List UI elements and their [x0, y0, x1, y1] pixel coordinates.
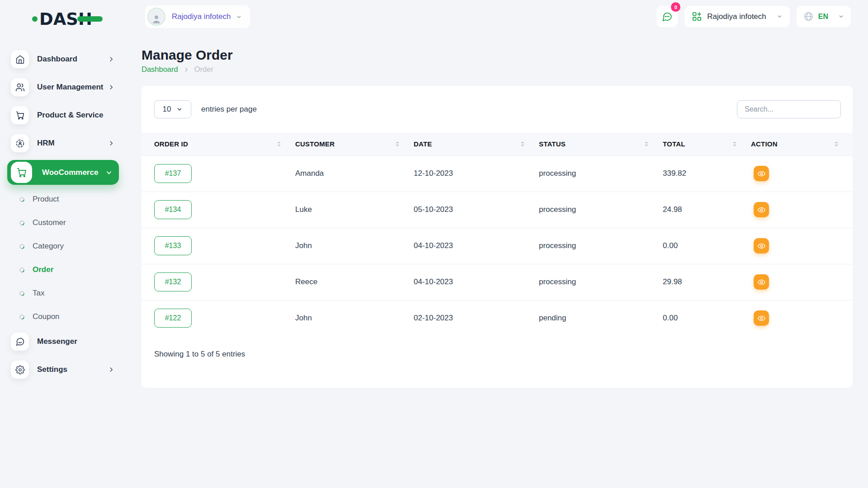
entries-per-page-select[interactable]: 10 [154, 100, 191, 118]
table-row: #134 Luke 05-10-2023 processing 24.98 [142, 192, 853, 228]
topbar: Rajodiya infotech 0 Rajodiya infotech EN [128, 0, 868, 34]
chevron-down-icon [176, 106, 183, 113]
column-header-order-id[interactable]: ORDER ID [154, 140, 188, 148]
order-id-badge[interactable]: #137 [154, 164, 192, 183]
customer-cell: Amanda [295, 155, 414, 192]
sidebar-item-messenger[interactable]: Messenger [0, 330, 128, 353]
globe-icon [803, 11, 814, 22]
column-header-date[interactable]: DATE [414, 140, 432, 148]
table-row: #132 Reece 04-10-2023 processing 29.98 [142, 264, 853, 300]
language-switcher[interactable]: EN [797, 6, 851, 27]
orders-table: ORDER ID CUSTOMER DATE STATUS TOTAL ACTI… [142, 133, 853, 336]
sidebar-item-hrm[interactable]: HRM [0, 132, 128, 155]
submenu-item-label: Coupon [33, 312, 60, 321]
entries-control: 10 entries per page [154, 100, 257, 118]
gear-icon [11, 361, 29, 379]
table-row: #137 Amanda 12-10-2023 processing 339.82 [142, 155, 853, 192]
company-label: Rajodiya infotech [707, 12, 766, 21]
chevron-down-icon [838, 14, 844, 19]
sort-icon[interactable] [733, 141, 736, 146]
hrm-icon [11, 134, 29, 152]
chevron-right-icon [108, 140, 114, 146]
sidebar-item-label: Dashboard [37, 55, 77, 64]
status-cell: processing [539, 155, 663, 192]
submenu-item-label: Order [33, 265, 53, 274]
sidebar-menu: Dashboard User Management Product & Serv… [0, 48, 128, 386]
submenu-item-tax[interactable]: Tax [0, 283, 128, 303]
order-id-badge[interactable]: #122 [154, 309, 192, 328]
sidebar-item-product-service[interactable]: Product & Service [0, 104, 128, 127]
company-switcher[interactable]: Rajodiya infotech [684, 6, 789, 27]
cart-icon [11, 106, 29, 124]
bullet-icon [19, 290, 26, 297]
logo-dash-icon [77, 16, 103, 22]
sidebar-item-woocommerce[interactable]: WooCommerce [7, 160, 119, 185]
eye-icon [757, 169, 766, 178]
submenu-item-coupon[interactable]: Coupon [0, 307, 128, 327]
submenu-item-product[interactable]: Product [0, 189, 128, 209]
column-header-customer[interactable]: CUSTOMER [295, 140, 335, 148]
order-id-badge[interactable]: #133 [154, 236, 192, 255]
grid-plus-icon [692, 11, 702, 22]
cart-icon [11, 162, 32, 183]
sort-icon[interactable] [396, 141, 399, 146]
breadcrumb-dashboard-link[interactable]: Dashboard [142, 65, 178, 74]
table-row: #122 John 02-10-2023 pending 0.00 [142, 300, 853, 336]
sidebar-item-settings[interactable]: Settings [0, 358, 128, 381]
customer-cell: John [295, 300, 414, 336]
submenu-item-category[interactable]: Category [0, 236, 128, 256]
brand-logo[interactable]: DASH [32, 9, 92, 29]
chevron-down-icon [236, 14, 242, 20]
sidebar-item-label: Settings [37, 365, 67, 374]
sidebar-item-label: Messenger [37, 337, 77, 346]
sort-icon[interactable] [521, 141, 524, 146]
page-title: Manage Order [142, 47, 233, 63]
date-cell: 04-10-2023 [414, 264, 539, 300]
order-id-badge[interactable]: #134 [154, 200, 192, 219]
submenu-item-label: Category [33, 242, 64, 251]
view-order-button[interactable] [754, 202, 769, 217]
sidebar-item-label: Product & Service [37, 111, 103, 120]
sidebar-item-user-management[interactable]: User Management [0, 76, 128, 99]
logo-dot-icon [32, 16, 38, 22]
bullet-icon [19, 243, 26, 250]
submenu-item-label: Product [33, 195, 59, 204]
status-cell: processing [539, 192, 663, 228]
eye-icon [757, 242, 766, 250]
view-order-button[interactable] [754, 238, 769, 253]
date-cell: 12-10-2023 [414, 155, 539, 192]
bullet-icon [19, 266, 26, 273]
status-cell: processing [539, 228, 663, 264]
messages-count-badge: 0 [671, 2, 680, 12]
eye-icon [757, 278, 766, 286]
view-order-button[interactable] [754, 166, 769, 181]
view-order-button[interactable] [754, 310, 769, 326]
column-header-status[interactable]: STATUS [539, 140, 566, 148]
sort-icon[interactable] [835, 141, 838, 146]
eye-icon [757, 206, 766, 214]
total-cell: 0.00 [663, 300, 751, 336]
chevron-right-icon [108, 84, 114, 90]
column-header-action[interactable]: ACTION [751, 140, 778, 148]
submenu-item-customer[interactable]: Customer [0, 213, 128, 233]
entries-label: entries per page [201, 105, 257, 114]
table-row: #133 John 04-10-2023 processing 0.00 [142, 228, 853, 264]
messages-button[interactable]: 0 [656, 6, 678, 27]
search-input[interactable] [737, 100, 841, 118]
sort-icon[interactable] [277, 141, 281, 146]
column-header-total[interactable]: TOTAL [663, 140, 685, 148]
breadcrumb: Dashboard Order [142, 65, 213, 74]
avatar [147, 8, 165, 26]
sidebar-item-dashboard[interactable]: Dashboard [0, 48, 128, 70]
bullet-icon [19, 219, 26, 226]
messenger-icon [11, 333, 29, 351]
home-icon [11, 50, 29, 68]
sort-icon[interactable] [645, 141, 648, 146]
sidebar-item-label: User Management [37, 83, 103, 92]
order-id-badge[interactable]: #132 [154, 272, 192, 291]
view-order-button[interactable] [754, 274, 769, 290]
sidebar: DASH Dashboard User Management Product &… [0, 0, 128, 488]
submenu-item-order[interactable]: Order [0, 260, 128, 280]
workspace-switcher[interactable]: Rajodiya infotech [145, 5, 250, 28]
users-icon [11, 78, 29, 96]
